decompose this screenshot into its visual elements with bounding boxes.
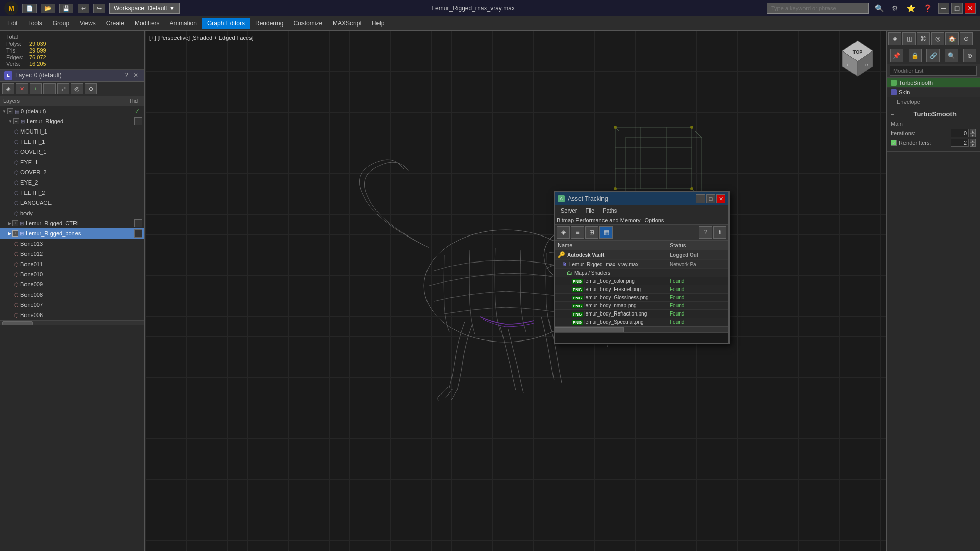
dialog-tb-1[interactable]: ◈ [557, 226, 570, 239]
iterations-up-btn[interactable]: ▲ [970, 129, 976, 133]
dialog-minimize-btn[interactable]: ─ [696, 194, 705, 203]
render-iters-down-btn[interactable]: ▼ [970, 143, 976, 147]
dialog-menu-server[interactable]: Server [557, 206, 581, 215]
layer-tool-1[interactable]: ◈ [2, 83, 14, 94]
dialog-h-scrollbar[interactable] [555, 326, 728, 332]
dialog-help-btn[interactable]: ? [699, 226, 712, 239]
layer-item[interactable]: ⬡ Bone008 [0, 290, 144, 300]
table-row[interactable]: PNGlemur_body_nmap.png Found [555, 302, 728, 310]
menu-graph-editors[interactable]: Graph Editors [202, 18, 250, 29]
layer-expand-btn[interactable]: − [7, 108, 13, 114]
menu-create[interactable]: Create [101, 18, 130, 29]
table-row[interactable]: 🔑Autodesk Vault Logged Out [555, 250, 728, 260]
modifier-search-input[interactable] [890, 66, 977, 76]
viewport[interactable]: [+] [Perspective] [Shaded + Edged Faces] [145, 31, 886, 551]
layer-item[interactable]: ⬡ TEETH_1 [0, 137, 144, 147]
modifier-tool-2[interactable]: ◫ [902, 32, 916, 45]
layer-item[interactable]: ▶ + ⊞ Lemur_Rigged_CTRL [0, 218, 144, 228]
star-btn[interactable]: ⭐ [904, 3, 917, 14]
mod-lock-btn[interactable]: 🔒 [909, 49, 922, 62]
layer-item[interactable]: ⬡ Bone011 [0, 259, 144, 269]
search-input[interactable] [767, 3, 869, 14]
modifier-tool-3[interactable]: ⌘ [917, 32, 930, 45]
layer-expand-btn[interactable]: + [12, 220, 18, 226]
menu-help[interactable]: Help [367, 18, 390, 29]
dialog-maximize-btn[interactable]: □ [706, 194, 715, 203]
workspace-dropdown[interactable]: Workspace: Default ▼ [109, 3, 180, 14]
table-row[interactable]: PNGlemur_body_Fresnel.png Found [555, 285, 728, 294]
menu-rendering[interactable]: Rendering [250, 18, 288, 29]
menu-maxscript[interactable]: MAXScript [328, 18, 367, 29]
dialog-menu-paths[interactable]: Paths [598, 206, 621, 215]
layer-expand-btn[interactable]: + [12, 230, 18, 237]
open-file-btn[interactable]: 📂 [41, 4, 55, 13]
layer-item[interactable]: ⬡ Bone012 [0, 249, 144, 259]
render-iters-up-btn[interactable]: ▲ [970, 139, 976, 143]
layer-vis-box[interactable] [134, 219, 142, 227]
mod-link-btn[interactable]: 🔗 [926, 49, 940, 62]
layer-tool-6[interactable]: ⊕ [85, 83, 97, 94]
layer-vis-box[interactable] [134, 229, 142, 238]
dialog-tb-3[interactable]: ⊞ [585, 226, 598, 239]
menu-edit[interactable]: Edit [2, 18, 23, 29]
menu-tools[interactable]: Tools [23, 18, 47, 29]
new-file-btn[interactable]: 📄 [22, 4, 37, 13]
layer-item[interactable]: ⬡ EYE_1 [0, 157, 144, 167]
redo-btn[interactable]: ↪ [93, 4, 105, 13]
layer-item[interactable]: ⬡ Bone007 [0, 300, 144, 310]
dialog-menu-file[interactable]: File [581, 206, 598, 215]
layer-item[interactable]: ⬡ MOUTH_1 [0, 126, 144, 137]
layer-item[interactable]: ⬡ Bone010 [0, 269, 144, 279]
layer-tool-close[interactable]: ✕ [16, 83, 28, 94]
menu-animation[interactable]: Animation [165, 18, 202, 29]
maximize-btn[interactable]: □ [951, 3, 963, 14]
layer-item[interactable]: ⬡ COVER_2 [0, 167, 144, 177]
undo-btn[interactable]: ↩ [78, 4, 89, 13]
layer-tool-add[interactable]: + [30, 83, 42, 94]
layer-item[interactable]: ⬡ Bone009 [0, 279, 144, 290]
layer-tool-4[interactable]: ⇄ [57, 83, 69, 94]
dialog-tb-4[interactable]: ▦ [599, 226, 613, 239]
bitmap-perf-item[interactable]: Bitmap Performance and Memory [557, 217, 640, 223]
modifier-tool-5[interactable]: 🏠 [945, 32, 959, 45]
dialog-info-btn[interactable]: ℹ [713, 226, 726, 239]
mod-extra-btn[interactable]: ⊕ [963, 49, 976, 62]
layer-vis-box[interactable] [134, 117, 142, 125]
render-iters-input[interactable] [951, 139, 969, 147]
layer-item[interactable]: ▼ − ▤ 0 (default) ✓ [0, 106, 144, 116]
layer-item[interactable]: ⬡ Bone013 [0, 239, 144, 249]
layer-item[interactable]: ⬡ COVER_1 [0, 147, 144, 157]
modifier-turbosmooth[interactable]: TurboSmooth [887, 78, 980, 88]
table-row[interactable]: 🗂Maps / Shaders [555, 269, 728, 277]
dialog-tb-2[interactable]: ≡ [571, 226, 584, 239]
close-btn[interactable]: ✕ [965, 3, 976, 14]
layer-item[interactable]: ⬡ LANGUAGE [0, 198, 144, 208]
modifier-tool-1[interactable]: ◈ [888, 32, 901, 45]
menu-views[interactable]: Views [74, 18, 101, 29]
modifier-tool-4[interactable]: ◎ [931, 32, 944, 45]
modifier-skin[interactable]: Skin [887, 88, 980, 97]
mod-mag-btn[interactable]: 🔍 [945, 49, 958, 62]
layer-expand-btn[interactable]: − [13, 118, 19, 124]
iterations-down-btn[interactable]: ▼ [970, 133, 976, 137]
dialog-close-btn[interactable]: ✕ [716, 194, 725, 203]
iterations-input[interactable] [951, 129, 969, 137]
table-row[interactable]: PNGlemur_body_Specular.png Found [555, 318, 728, 326]
layer-item[interactable]: ⬡ body [0, 208, 144, 218]
layer-tool-5[interactable]: ◎ [71, 83, 83, 94]
layer-item-selected[interactable]: ▶ + ⊞ Lemur_Rigged_bones [0, 228, 144, 239]
panel-close-btn[interactable]: ✕ [131, 71, 140, 80]
menu-modifiers[interactable]: Modifiers [130, 18, 165, 29]
layer-item[interactable]: ⬡ Bone006 [0, 310, 144, 320]
options-item[interactable]: Options [644, 217, 664, 223]
table-row[interactable]: PNGlemur_body_Glossiness.png Found [555, 294, 728, 302]
scrollbar-thumb[interactable] [555, 327, 624, 332]
save-file-btn[interactable]: 💾 [59, 4, 73, 13]
table-row[interactable]: PNGlemur_body_Refraction.png Found [555, 310, 728, 318]
panel-question-btn[interactable]: ? [122, 71, 130, 80]
layer-item[interactable]: ⬡ EYE_2 [0, 177, 144, 188]
table-row[interactable]: 🗎Lemur_Rigged_max_vray.max Network Pa [555, 260, 728, 269]
layer-item[interactable]: ⬡ TEETH_2 [0, 188, 144, 198]
settings-btn[interactable]: ⚙ [890, 3, 900, 14]
collapse-icon[interactable]: − [891, 111, 894, 117]
